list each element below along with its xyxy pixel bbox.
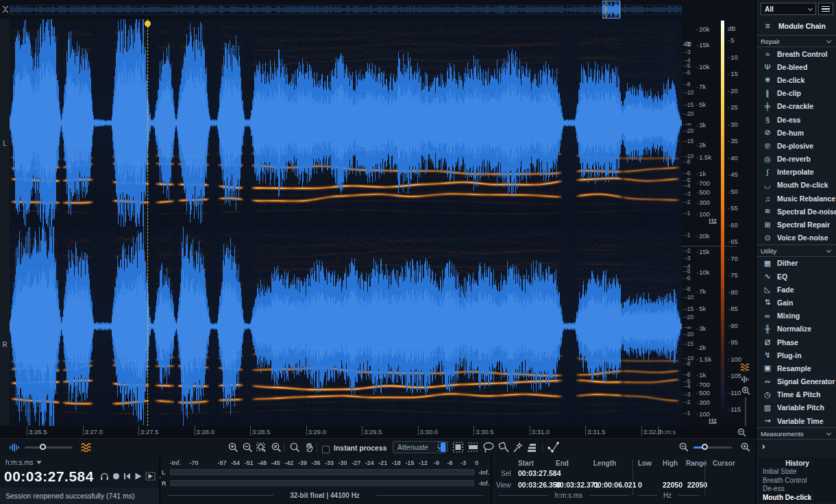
header-start: Start [518,459,534,467]
module-item-fade[interactable]: ◺Fade [757,283,836,296]
expand-panel-arrow[interactable]: › [757,440,836,451]
section-header-measurements[interactable]: Measurements [757,427,836,440]
history-item[interactable]: De-ess [763,485,832,494]
instant-process-checkbox[interactable] [322,444,330,456]
freq-tick: -1k [696,371,706,379]
module-item-de-crackle[interactable]: ╪De-crackle [757,100,836,113]
hzoom-slider-knob[interactable] [702,444,708,450]
module-item-variable-pitch[interactable]: ▥Variable Pitch [757,401,836,414]
frequency-selection-tool[interactable] [467,441,479,453]
module-item-de-clip[interactable]: ∥De-clip [757,87,836,100]
module-item-de-reverb[interactable]: ◎De-reverb [757,153,836,166]
section-header-utility[interactable]: Utility [757,244,836,257]
corner-zoom-out-icon[interactable] [735,425,748,439]
magnify-tool-icon[interactable] [288,440,302,454]
module-chain-item[interactable]: ≡ Module Chain [757,18,836,35]
legend-tick: -65 [728,238,738,245]
module-item-resample[interactable]: ▣Resample [757,362,836,375]
module-item-voice-de-noise[interactable]: ⊙Voice De-noise [757,231,836,244]
module-item-plug-in[interactable]: ↯Plug-in [757,349,836,362]
module-item-mixing[interactable]: ∞Mixing [757,310,836,323]
meter-bar-right[interactable] [170,480,474,486]
zoom-reset-icon[interactable] [269,440,283,454]
grab-hand-icon[interactable] [302,440,316,454]
time-selection-tool[interactable] [437,441,449,453]
spectrogram-legend-gradient [721,21,724,425]
header-high: High [663,459,678,467]
status-message: Session reopened successfully (741 ms) [0,488,159,504]
de-clip-icon: ∥ [762,89,773,98]
history-item[interactable]: Breath Control [763,477,832,486]
module-item-gain[interactable]: ⇅Gain [757,296,836,309]
module-item-mouth-de-click[interactable]: ◡Mouth De-click [757,179,836,192]
amp-tick: --6 [683,69,690,76]
go-to-start-icon[interactable] [123,473,131,480]
module-item-variable-time[interactable]: ⇝Variable Time [757,414,836,427]
amp-tick: --3 [683,190,690,197]
module-item-spectral-de-noise[interactable]: ≋Spectral De-noise [757,205,836,218]
history-item[interactable]: Initial State [763,468,832,477]
overview-waveform[interactable] [10,0,682,19]
time-format-dropdown[interactable]: h:m:s.ms [5,459,42,466]
music-rebalance-icon: ♫ [762,194,773,203]
spectrogram-view-icon[interactable] [739,360,752,374]
module-item-normalize[interactable]: ╫Normalize [757,323,836,336]
curve-tool[interactable] [548,441,559,453]
legend-tick: -30 [728,120,738,127]
module-item-de-hum[interactable]: ⊘De-hum [757,126,836,139]
hzoom-in-icon[interactable] [739,440,752,454]
panel-menu-icon[interactable] [818,3,833,15]
module-item-dither[interactable]: ▦Dither [757,257,836,270]
toolbar-separator [542,442,543,453]
adjacent-bands-tool[interactable] [526,441,538,453]
module-item-de-plosive[interactable]: ℗De-plosive [757,139,836,152]
time-frequency-selection-tool[interactable] [452,441,464,453]
amp-tick: --2 [683,399,690,405]
amp-tick: --8 [683,360,690,367]
play-selection-icon[interactable] [145,472,156,481]
record-icon[interactable] [112,473,120,480]
module-item-spectral-repair[interactable]: ⊞Spectral Repair [757,218,836,231]
zoom-selection-icon[interactable] [255,440,269,454]
hzoom-out-icon[interactable] [677,440,691,454]
file-overview-strip[interactable] [0,0,755,19]
module-item-breath-control[interactable]: ≈Breath Control [757,47,836,60]
spectrogram-panels[interactable] [10,19,682,426]
spectrogram-canvas-left[interactable] [10,19,682,227]
module-filter-dropdown[interactable]: All [761,3,816,15]
legend-tick: -25 [728,103,738,111]
module-item-phase[interactable]: ØPhase [757,336,836,349]
meter-bar-left[interactable] [170,469,474,475]
spectrogram-blend-icon[interactable] [79,440,93,454]
timeline-ruler[interactable]: h:m:s 3:26.53:27.03:27.53:28.03:28.53:29… [0,426,755,438]
history-item[interactable]: Mouth De-click [763,494,832,503]
spectrogram-canvas-right[interactable] [10,227,682,426]
zoom-in-icon[interactable] [226,440,240,454]
blend-slider-knob[interactable] [40,444,46,450]
playhead-line[interactable] [147,19,148,426]
section-header-repair[interactable]: Repair [757,35,836,47]
module-item-de-bleed[interactable]: ΨDe-bleed [757,60,836,73]
play-icon[interactable] [134,473,142,480]
module-item-de-click[interactable]: ⋇De-click [757,73,836,86]
brush-tool[interactable] [497,441,509,453]
playhead-time-display[interactable]: 00:03:27.584 [4,468,94,485]
blend-slider[interactable] [25,446,73,449]
legend-tick: -5 [728,36,734,44]
magic-wand-tool[interactable] [512,441,524,453]
module-item-interpolate[interactable]: ∫Interpolate [757,166,836,179]
waveform-blend-icon[interactable] [7,440,21,454]
monitor-headphones-icon[interactable] [100,472,109,481]
time-and-pitch-icon: ◷ [762,390,773,399]
zoom-out-icon[interactable] [241,440,254,454]
module-item-time-and-pitch[interactable]: ◷Time & Pitch [757,388,836,401]
amp-tick: --10 [683,89,693,96]
module-item-eq[interactable]: ∿EQ [757,270,836,283]
vertical-zoom-in-icon[interactable] [739,383,752,397]
module-item-music-rebalance[interactable]: ♫Music Rebalance [757,192,836,205]
timeline-tick: 3:28.0 [197,428,214,436]
module-item-signal-generator[interactable]: ∾Signal Generator [757,375,836,388]
lasso-tool[interactable] [482,441,494,453]
module-item-de-ess[interactable]: §De-ess [757,113,836,126]
phase-icon: Ø [762,338,773,346]
